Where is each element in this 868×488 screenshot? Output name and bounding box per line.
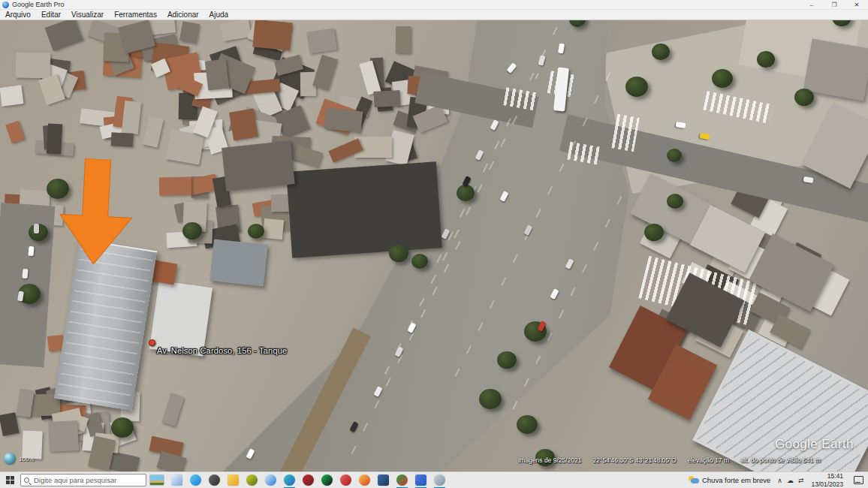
system-tray: Chuva forte em breve ∧ ☁ ⇄ 15:41 13/01/2… [684, 472, 868, 488]
rooftop [22, 431, 43, 459]
taskbar-app-spotify-icon[interactable] [318, 472, 336, 488]
placemark-pin-icon[interactable] [149, 339, 155, 346]
menu-item-arquivo[interactable]: Arquivo [0, 10, 36, 20]
tree [667, 149, 682, 162]
building [222, 140, 295, 191]
menu-item-adicionar[interactable]: Adicionar [162, 10, 204, 20]
elevation-readout: elevação 17 m [688, 456, 729, 464]
vehicle [34, 224, 39, 233]
vehicle [22, 269, 28, 279]
vehicle [28, 246, 34, 257]
taskbar-search[interactable] [20, 474, 146, 486]
taskbar-app-app-a-icon[interactable] [205, 472, 224, 488]
rooftop [229, 108, 258, 140]
start-button[interactable] [0, 472, 20, 488]
weather-widget[interactable]: Chuva forte em breve [684, 472, 775, 488]
pointer-coordinates: 22°54'46.30"S 43°21'48.05"O [593, 456, 677, 464]
tree [457, 185, 475, 201]
taskbar-app-opera-icon[interactable] [299, 472, 318, 488]
action-center-icon [854, 476, 863, 484]
tree [111, 417, 134, 438]
taskbar-app-app-multi-icon[interactable] [393, 472, 411, 488]
rooftop [111, 133, 134, 148]
rooftop [143, 116, 164, 147]
rooftop [179, 21, 200, 43]
menu-item-visualizar[interactable]: Visualizar [66, 10, 109, 20]
windows-taskbar: Chuva forte em breve ∧ ☁ ⇄ 15:41 13/01/2… [0, 471, 868, 488]
taskbar-app-firefox-icon[interactable] [355, 472, 374, 488]
rooftop [159, 176, 192, 195]
rooftop [166, 129, 204, 164]
rooftop [161, 393, 184, 426]
taskbar-app-sticky-notes-icon[interactable] [374, 472, 393, 488]
rooftop [6, 120, 26, 143]
rooftop [328, 138, 363, 163]
rooftop [306, 28, 337, 53]
google-earth-watermark: Google Earth [775, 437, 854, 452]
search-icon [24, 477, 29, 483]
taskbar-app-icons [167, 472, 449, 488]
building [209, 239, 267, 286]
rooftop [294, 145, 323, 167]
taskbar-app-whatsapp-icon[interactable] [243, 472, 261, 488]
tree [625, 77, 648, 97]
tree [667, 194, 683, 209]
clock-time: 15:41 [827, 472, 843, 480]
tree [479, 389, 502, 409]
window-title-bar: Google Earth Pro – ❐ ✕ [0, 0, 868, 10]
rooftop [15, 52, 50, 78]
eye-altitude-readout: alt. do ponto de visão 541 m [740, 456, 821, 464]
taskbar-app-edge-icon[interactable] [280, 472, 299, 488]
onedrive-cloud-icon[interactable]: ☁ [785, 477, 796, 484]
menu-item-ajuda[interactable]: Ajuda [204, 10, 234, 20]
taskbar-app-photos-icon[interactable] [186, 472, 205, 488]
taskbar-clock[interactable]: 15:41 13/01/2023 [806, 472, 848, 487]
tree [712, 69, 733, 88]
menu-bar: ArquivoEditarVisualizarFerramentasAdicio… [0, 10, 868, 20]
building [149, 280, 212, 356]
tree [517, 415, 538, 434]
windows-logo-icon [6, 476, 14, 484]
highlight-arrow-icon [57, 157, 137, 266]
warehouse-ridges [58, 243, 153, 406]
desktop: Av. Nelson Cardoso, 156 - Tanque Google … [0, 0, 868, 488]
restore-button[interactable]: ❐ [823, 0, 845, 10]
menu-item-editar[interactable]: Editar [36, 10, 66, 20]
tree [411, 254, 428, 269]
menu-item-ferramentas[interactable]: Ferramentas [109, 10, 162, 20]
weather-label: Chuva forte em breve [702, 476, 770, 484]
tree [652, 44, 670, 60]
taskbar-app-paint-icon[interactable] [261, 472, 280, 488]
rooftop [47, 123, 63, 155]
search-input[interactable] [32, 475, 137, 485]
rooftop [396, 26, 411, 54]
rooftop [324, 108, 363, 133]
network-arrows-icon[interactable]: ⇄ [796, 477, 806, 484]
taskbar-app-app-s-icon[interactable] [336, 472, 355, 488]
taskbar-app-word-icon[interactable] [411, 472, 430, 488]
streaming-percent: 100% [19, 456, 34, 462]
clock-date: 13/01/2023 [811, 480, 843, 488]
rooftop [0, 85, 24, 107]
tray-chevron-icon[interactable]: ∧ [775, 477, 785, 484]
window-title: Google Earth Pro [12, 1, 65, 8]
tree [757, 51, 775, 68]
action-center-button[interactable] [848, 472, 868, 488]
taskbar-app-task-view-icon[interactable] [167, 472, 186, 488]
rooftop [312, 55, 338, 91]
rooftop [373, 90, 400, 107]
placemark-label[interactable]: Av. Nelson Cardoso, 156 - Tanque [157, 346, 287, 355]
streaming-indicator-icon [4, 453, 15, 464]
taskbar-app-google-earth-icon[interactable] [430, 472, 449, 488]
rooftop [253, 19, 293, 50]
rooftop [121, 101, 141, 134]
weather-rain-icon [689, 476, 699, 485]
building [286, 161, 442, 258]
status-bar: Imagens de 9/25/2021 22°54'46.30"S 43°21… [518, 456, 821, 464]
taskbar-app-file-explorer-icon[interactable] [224, 472, 243, 488]
close-button[interactable]: ✕ [845, 0, 868, 10]
search-highlights-icon[interactable] [149, 474, 164, 486]
google-earth-viewport[interactable]: Av. Nelson Cardoso, 156 - Tanque Google … [0, 0, 868, 488]
google-earth-app-icon [2, 2, 9, 8]
minimize-button[interactable]: – [800, 0, 823, 10]
